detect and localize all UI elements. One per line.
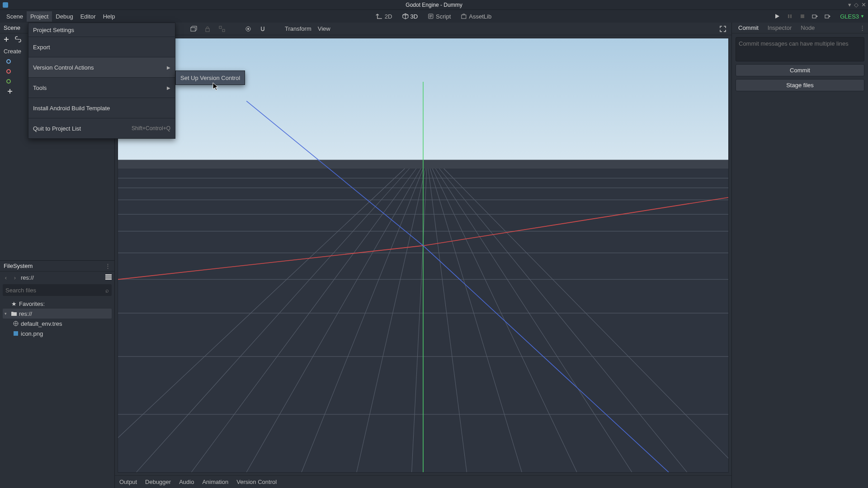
- collapse-icon[interactable]: ▾: [5, 311, 9, 316]
- tab-version-control[interactable]: Version Control: [236, 479, 277, 485]
- play-custom-scene-button[interactable]: [824, 12, 832, 20]
- svg-rect-1: [462, 15, 466, 19]
- tab-animation[interactable]: Animation: [202, 479, 228, 485]
- res-root-row[interactable]: ▾ res://: [3, 309, 112, 319]
- pause-button[interactable]: [786, 12, 794, 20]
- menu-tools[interactable]: Tools ▶: [28, 78, 175, 98]
- svg-rect-3: [790, 14, 792, 18]
- add-node-icon[interactable]: [3, 36, 10, 43]
- tab-commit[interactable]: Commit: [735, 23, 762, 33]
- filesystem-header: FileSystem ⋮: [0, 261, 114, 272]
- search-input[interactable]: [5, 287, 105, 294]
- bottom-panel-tabs: Output Debugger Audio Animation Version …: [115, 475, 731, 488]
- dock-menu-icon[interactable]: ⋮: [105, 263, 111, 269]
- viewport-toolbar: Transform View: [115, 23, 731, 35]
- file-row[interactable]: default_env.tres: [3, 319, 112, 328]
- scene-dock-title[interactable]: Scene: [4, 24, 20, 31]
- menu-install-android[interactable]: Install Android Build Template: [28, 98, 175, 118]
- filesystem-nav: ‹ › res://: [0, 272, 114, 283]
- workspace-switcher: 2D 3D Script AssetLib: [375, 12, 493, 21]
- mode-2d[interactable]: 2D: [375, 12, 394, 21]
- commit-button[interactable]: Commit: [736, 64, 864, 76]
- link-icon[interactable]: [14, 36, 22, 43]
- filesystem-path[interactable]: res://: [21, 274, 103, 281]
- tab-inspector[interactable]: Inspector: [764, 23, 795, 33]
- distraction-free-icon[interactable]: [719, 25, 727, 33]
- mode-3d-label: 3D: [410, 13, 418, 20]
- svg-rect-18: [222, 29, 225, 32]
- mode-3d[interactable]: 3D: [400, 12, 420, 21]
- menu-scene[interactable]: Scene: [3, 11, 27, 22]
- menubar-items: Scene Project Debug Editor Help: [3, 11, 118, 22]
- res-root-label: res://: [19, 310, 32, 317]
- snap-icon[interactable]: [259, 25, 267, 33]
- 3d-viewport[interactable]: [118, 38, 729, 473]
- tab-node[interactable]: Node: [797, 23, 818, 33]
- menu-vcs-actions[interactable]: Version Control Actions ▶: [28, 57, 175, 77]
- transform-menu[interactable]: Transform: [285, 25, 311, 32]
- commit-message-input[interactable]: [736, 37, 864, 61]
- svg-rect-11: [14, 331, 18, 336]
- window-min-icon[interactable]: ▾: [848, 1, 851, 8]
- menu-item-label: Set Up Version Control: [180, 75, 240, 81]
- menu-item-label: Quit to Project List: [33, 125, 81, 132]
- mode-2d-label: 2D: [385, 13, 392, 20]
- right-dock-tabs: Commit Inspector Node ⋮: [732, 23, 868, 33]
- stop-button[interactable]: [798, 12, 807, 20]
- spatial-icon: [6, 69, 11, 74]
- node2d-icon: [6, 59, 11, 64]
- menu-help[interactable]: Help: [99, 11, 119, 22]
- tab-debugger[interactable]: Debugger: [145, 479, 171, 485]
- vcs-submenu: Set Up Version Control: [175, 70, 245, 85]
- chevron-down-icon: ▼: [860, 14, 864, 19]
- filesystem-search[interactable]: ⌕: [3, 284, 112, 296]
- tab-output[interactable]: Output: [119, 479, 137, 485]
- menubar: Scene Project Debug Editor Help 2D 3D Sc…: [0, 10, 868, 23]
- group-icon[interactable]: [218, 25, 226, 33]
- playback-controls: GLES3▼: [773, 12, 864, 20]
- view-menu[interactable]: View: [318, 25, 330, 32]
- svg-rect-2: [788, 14, 789, 18]
- play-scene-button[interactable]: [811, 12, 819, 20]
- app-icon: [3, 2, 8, 8]
- mode-assetlib[interactable]: AssetLib: [459, 12, 493, 21]
- menu-setup-vcs[interactable]: Set Up Version Control: [176, 71, 245, 84]
- filesystem-title[interactable]: FileSystem: [4, 263, 33, 269]
- resource-icon: [13, 320, 19, 327]
- renderer-text: GLES3: [840, 13, 859, 20]
- window-close-icon[interactable]: ✕: [861, 1, 866, 8]
- menu-project[interactable]: Project: [27, 11, 52, 22]
- image-icon: [13, 330, 19, 337]
- view-mode-icon[interactable]: [105, 274, 112, 281]
- menu-project-settings[interactable]: Project Settings: [28, 23, 175, 37]
- menu-quit[interactable]: Quit to Project List Shift+Control+Q: [28, 118, 175, 138]
- 2d-icon: [377, 13, 383, 19]
- file-row[interactable]: icon.png: [3, 328, 112, 338]
- menu-item-label: Export: [33, 44, 50, 51]
- window-controls[interactable]: ▾ ◇ ✕: [848, 1, 866, 8]
- nav-forward-icon[interactable]: ›: [12, 274, 18, 281]
- project-menu-dropdown: Project Settings Export Version Control …: [28, 23, 175, 139]
- mode-script[interactable]: Script: [426, 12, 453, 21]
- play-button[interactable]: [773, 12, 781, 20]
- menu-editor[interactable]: Editor: [77, 11, 99, 22]
- stage-files-button[interactable]: Stage files: [736, 79, 864, 91]
- lock-icon[interactable]: [203, 25, 212, 33]
- 3d-icon: [402, 13, 408, 19]
- right-dock: Commit Inspector Node ⋮ Commit Stage fil…: [731, 23, 868, 488]
- window-titlebar: Godot Engine - Dummy ▾ ◇ ✕: [0, 0, 868, 10]
- camera-override-icon[interactable]: [244, 25, 252, 33]
- menu-export[interactable]: Export: [28, 37, 175, 57]
- filesystem-tree[interactable]: ★ Favorites: ▾ res:// default_env.tres i…: [0, 297, 114, 340]
- menu-debug[interactable]: Debug: [52, 11, 76, 22]
- search-icon: ⌕: [105, 287, 109, 294]
- dock-menu-icon[interactable]: ⋮: [859, 24, 865, 31]
- favorites-row[interactable]: ★ Favorites:: [3, 299, 112, 309]
- window-max-icon[interactable]: ◇: [854, 1, 859, 8]
- tab-audio[interactable]: Audio: [179, 479, 194, 485]
- nav-back-icon[interactable]: ‹: [3, 274, 9, 281]
- renderer-label[interactable]: GLES3▼: [840, 13, 864, 20]
- menu-item-label: Version Control Actions: [33, 64, 94, 71]
- commit-panel: Commit Stage files: [732, 33, 868, 95]
- local-space-icon[interactable]: [189, 25, 197, 33]
